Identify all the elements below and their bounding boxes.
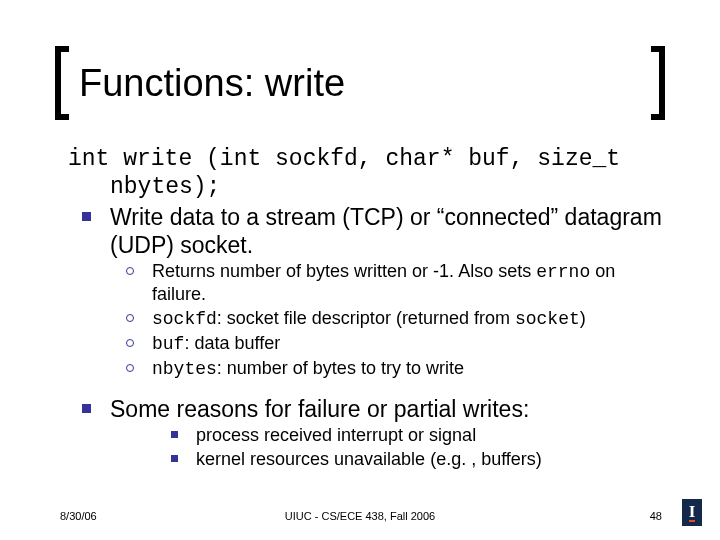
spacer [68,381,663,393]
title-area: Functions: write [55,52,665,114]
bullet-level2: nbytes: number of bytes to try to write [68,358,663,381]
uiuc-logo-icon: I [682,499,702,526]
text-span: ) [580,308,586,328]
bullet-level3: process received interrupt or signal [68,425,663,447]
code-span: buf [152,334,184,354]
function-signature-line1: int write (int sockfd, char* buf, size_t [68,145,663,173]
square-bullet-icon [82,212,91,221]
code-span: sockfd [152,309,217,329]
bullet-level3: kernel resources unavailable (e.g. , buf… [68,449,663,471]
bullet-text: kernel resources unavailable (e.g. , buf… [196,449,663,471]
circle-bullet-icon [126,364,134,372]
text-span: : data buffer [184,333,280,353]
logo-letter: I [689,503,696,522]
slide: Functions: write int write (int sockfd, … [0,0,720,540]
bullet-text: sockfd: socket file descriptor (returned… [152,308,663,331]
code-span: socket [515,309,580,329]
code-span: nbytes [152,359,217,379]
footer: 8/30/06 UIUC - CS/ECE 438, Fall 2006 48 [0,498,720,522]
bracket-left-icon [55,46,69,120]
square-bullet-small-icon [171,431,178,438]
footer-course: UIUC - CS/ECE 438, Fall 2006 [0,510,720,522]
text-span: : socket file descriptor (returned from [217,308,515,328]
code-span: errno [536,262,590,282]
text-span: Returns number of bytes written or -1. A… [152,261,536,281]
square-bullet-icon [82,404,91,413]
bullet-level2: Returns number of bytes written or -1. A… [68,261,663,306]
circle-bullet-icon [126,339,134,347]
bullet-level1: Write data to a stream (TCP) or “connect… [68,203,663,259]
circle-bullet-icon [126,267,134,275]
footer-page-number: 48 [650,510,662,522]
bullet-text: nbytes: number of bytes to try to write [152,358,663,381]
bullet-text: Write data to a stream (TCP) or “connect… [110,203,663,259]
square-bullet-small-icon [171,455,178,462]
bracket-right-icon [651,46,665,120]
bullet-text: process received interrupt or signal [196,425,663,447]
bullet-level2: sockfd: socket file descriptor (returned… [68,308,663,331]
bullet-text: Returns number of bytes written or -1. A… [152,261,663,306]
bullet-level2: buf: data buffer [68,333,663,356]
bullet-level1: Some reasons for failure or partial writ… [68,395,663,423]
bullet-text: Some reasons for failure or partial writ… [110,395,663,423]
circle-bullet-icon [126,314,134,322]
content-area: int write (int sockfd, char* buf, size_t… [68,145,663,471]
bullet-text: buf: data buffer [152,333,663,356]
text-span: : number of bytes to try to write [217,358,464,378]
function-signature-line2: nbytes); [68,173,663,201]
slide-title: Functions: write [55,52,665,114]
